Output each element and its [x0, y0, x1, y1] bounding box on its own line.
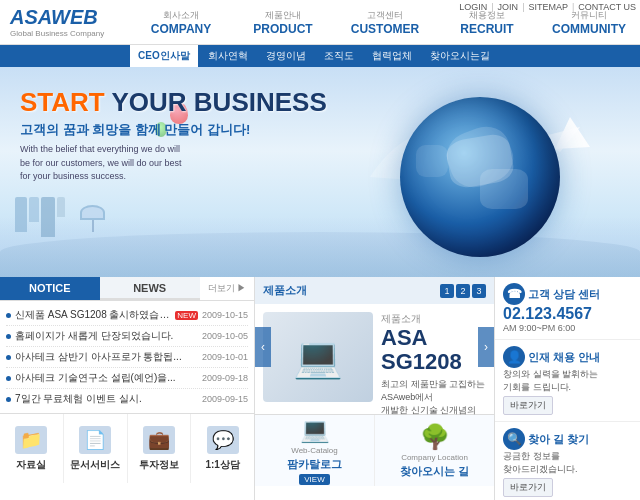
nav-product[interactable]: 제품안내 PRODUCT — [232, 9, 334, 36]
nav-company-label: 회사소개 — [130, 9, 232, 22]
product-nav-arrows: 1 2 3 — [440, 284, 486, 298]
nav-community[interactable]: 커뮤니티 COMMUNITY — [538, 9, 640, 36]
globe-container — [360, 77, 590, 277]
product-header: 제품소개 1 2 3 — [255, 277, 494, 304]
product-content: 💻 제품소개 ASA SG1208 최고의 제품만을 고집하는 ASAweb에서… — [255, 304, 494, 414]
customer-service-title: ☎ 고객 상담 센터 — [503, 283, 632, 305]
product-arrow-3[interactable]: 3 — [472, 284, 486, 298]
customer-service-section: ☎ 고객 상담 센터 02.123.4567 AM 9:00~PM 6:00 — [495, 277, 640, 340]
find-icon: 🔍 — [503, 428, 525, 450]
product-arrow-2[interactable]: 2 — [456, 284, 470, 298]
nav-product-label: 제품안내 — [232, 9, 334, 22]
hero-section: START YOUR BUSINESS 고객의 꿈과 희망을 함께 만들어 갑니… — [0, 67, 640, 277]
location-main-label: 찾아오시는 길 — [400, 464, 469, 479]
icon-invest[interactable]: 💼 투자정보 — [128, 414, 192, 483]
nav-customer-title: CUSTOMER — [334, 22, 436, 36]
icon-consult[interactable]: 💬 1:1상담 — [191, 414, 254, 483]
nav-product-title: PRODUCT — [232, 22, 334, 36]
notice-dot — [6, 313, 11, 318]
bottom-icons: 📁 자료실 📄 문서서비스 💼 투자정보 💬 1:1상담 — [0, 413, 254, 483]
login-link[interactable]: LOGIN — [459, 2, 487, 12]
notice-dot — [6, 334, 11, 339]
invest-icon: 💼 — [143, 426, 175, 454]
catalog-view-btn[interactable]: VIEW — [299, 474, 329, 485]
docs-icon: 📄 — [79, 426, 111, 454]
notice-text-4: 7일간 무료체험 이벤트 실시. — [15, 392, 198, 406]
phone-icon: ☎ — [503, 283, 525, 305]
notice-text-3: 아사테크 기술연구소 설립(예언)을... — [15, 371, 198, 385]
product-arrow-1[interactable]: 1 — [440, 284, 454, 298]
notice-tabs: NOTICE NEWS 더보기 ▶ — [0, 277, 254, 301]
logo: ASAWEB Global Business Company — [0, 6, 130, 38]
nav-company[interactable]: 회사소개 COMPANY — [130, 9, 232, 36]
globe — [400, 97, 560, 257]
notice-item-1[interactable]: 홈페이지가 새롭게 단장되었습니다. 2009-10-05 — [6, 326, 248, 347]
hero-your: YOUR BUSINESS — [111, 87, 326, 117]
notice-item-0[interactable]: 신제품 ASA SG1208 출시하였습니... NEW 2009-10-15 — [6, 305, 248, 326]
hero-start: START — [20, 87, 111, 117]
subnav-philosophy[interactable]: 경영이념 — [258, 45, 314, 67]
next-arrow[interactable]: › — [478, 327, 494, 367]
promo-location[interactable]: 🌳 Company Location 찾아오시는 길 — [375, 415, 494, 486]
find-btn[interactable]: 바로가기 — [503, 478, 553, 497]
customer-hours: AM 9:00~PM 6:00 — [503, 323, 632, 333]
promo-row: 💻 Web-Catalog 팜카탈로그 VIEW 🌳 Company Locat… — [255, 414, 494, 486]
catalog-main-label: 팜카탈로그 — [287, 457, 342, 472]
hero-text: START YOUR BUSINESS 고객의 꿈과 희망을 함께 만들어 갑니… — [20, 87, 327, 184]
find-desc: 공금한 정보를찾아드리겠습니다. — [503, 450, 632, 475]
notice-dot — [6, 397, 11, 402]
location-icon: 🌳 — [420, 423, 450, 451]
nav-customer-label: 고객센터 — [334, 9, 436, 22]
recruit-btn[interactable]: 바로가기 — [503, 396, 553, 415]
notice-date-4: 2009-09-15 — [202, 394, 248, 404]
logo-brand: ASAWEB — [10, 6, 104, 29]
find-section: 🔍 찾아 길 찾기 공금한 정보를찾아드리겠습니다. 바로가기 — [495, 422, 640, 500]
nav-company-title: COMPANY — [130, 22, 232, 36]
subnav-partners[interactable]: 협력업체 — [364, 45, 420, 67]
notice-list: 신제품 ASA SG1208 출시하였습니... NEW 2009-10-15 … — [0, 301, 254, 413]
sitemap-link[interactable]: SITEMAP — [528, 2, 568, 12]
contact-link[interactable]: CONTACT US — [578, 2, 636, 12]
notice-item-2[interactable]: 아사테크 삼반기 아사프로가 통합됩... 2009-10-01 — [6, 347, 248, 368]
notice-item-4[interactable]: 7일간 무료체험 이벤트 실시. 2009-09-15 — [6, 389, 248, 409]
notice-item-3[interactable]: 아사테크 기술연구소 설립(예언)을... 2009-09-18 — [6, 368, 248, 389]
right-panel: ☎ 고객 상담 센터 02.123.4567 AM 9:00~PM 6:00 👤… — [495, 277, 640, 500]
notice-date-0: 2009-10-15 — [202, 310, 248, 320]
prev-arrow[interactable]: ‹ — [255, 327, 271, 367]
product-title: ASA SG1208 — [381, 326, 486, 374]
promo-catalog[interactable]: 💻 Web-Catalog 팜카탈로그 VIEW — [255, 415, 375, 486]
subnav-history[interactable]: 회사연혁 — [200, 45, 256, 67]
product-info: 제품소개 ASA SG1208 최고의 제품만을 고집하는 ASAweb에서개발… — [381, 312, 486, 406]
tab-notice[interactable]: NOTICE — [0, 277, 100, 300]
subnav-location[interactable]: 찾아오시는길 — [422, 45, 498, 67]
recruit-desc: 창의와 실력을 발휘하는기회를 드립니다. — [503, 368, 632, 393]
tab-news[interactable]: NEWS — [100, 277, 200, 300]
center-panel: ‹ › 제품소개 1 2 3 💻 제품소개 ASA SG1208 최고의 제품만… — [255, 277, 495, 500]
recruit-title: 👤 인재 채용 안내 — [503, 346, 632, 368]
laptop-icon: 💻 — [293, 334, 343, 381]
hero-subline: 고객의 꿈과 희망을 함께 만들어 갑니다! — [20, 121, 327, 139]
consult-label: 1:1상담 — [205, 458, 239, 472]
product-brand: 제품소개 — [381, 312, 486, 326]
nav-community-title: COMMUNITY — [538, 22, 640, 36]
notice-text-2: 아사테크 삼반기 아사프로가 통합됩... — [15, 350, 198, 364]
notice-date-1: 2009-10-05 — [202, 331, 248, 341]
resource-icon: 📁 — [15, 426, 47, 454]
main-content: NOTICE NEWS 더보기 ▶ 신제품 ASA SG1208 출시하였습니.… — [0, 277, 640, 500]
nav-recruit[interactable]: 채용정보 RECRUIT — [436, 9, 538, 36]
nav-recruit-title: RECRUIT — [436, 22, 538, 36]
icon-resource[interactable]: 📁 자료실 — [0, 414, 64, 483]
logo-sub: Global Business Company — [10, 29, 104, 38]
more-button[interactable]: 더보기 ▶ — [200, 277, 255, 300]
join-link[interactable]: JOIN — [498, 2, 519, 12]
hero-headline: START YOUR BUSINESS — [20, 87, 327, 118]
icon-docs[interactable]: 📄 문서서비스 — [64, 414, 128, 483]
subnav-ceo[interactable]: CEO인사말 — [130, 45, 198, 67]
subnav: CEO인사말 회사연혁 경영이념 조직도 협력업체 찾아오시는길 — [0, 45, 640, 67]
notice-dot — [6, 355, 11, 360]
docs-label: 문서서비스 — [70, 458, 120, 472]
nav-customer[interactable]: 고객센터 CUSTOMER — [334, 9, 436, 36]
notice-date-2: 2009-10-01 — [202, 352, 248, 362]
left-panel: NOTICE NEWS 더보기 ▶ 신제품 ASA SG1208 출시하였습니.… — [0, 277, 255, 500]
subnav-org[interactable]: 조직도 — [316, 45, 362, 67]
